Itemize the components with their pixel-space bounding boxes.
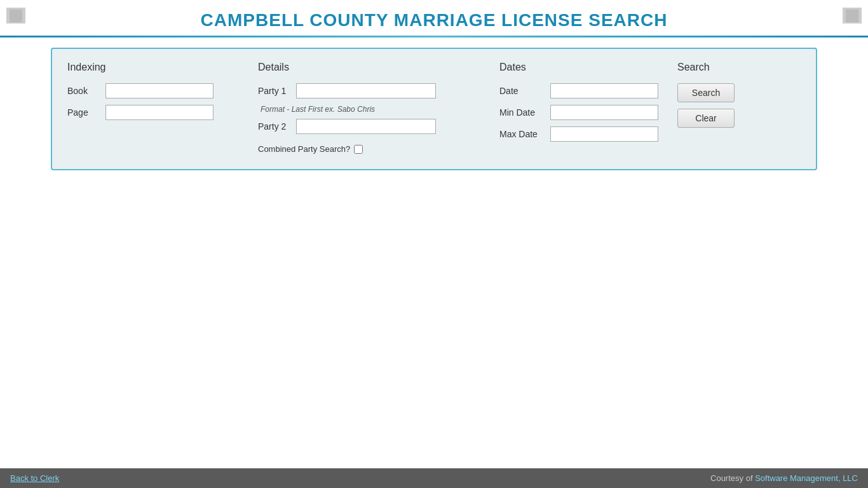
search-panel-inner: Indexing Book Page Details Party 1 Forma… <box>67 62 801 154</box>
footer: Back to Clerk Courtesy of Software Manag… <box>0 468 868 488</box>
min-date-input[interactable] <box>550 105 658 120</box>
page-row: Page <box>67 105 245 120</box>
book-input[interactable] <box>105 83 214 98</box>
search-panel: Indexing Book Page Details Party 1 Forma… <box>51 48 817 170</box>
logo-left <box>6 8 25 24</box>
page-label: Page <box>67 107 105 118</box>
header: CAMPBELL COUNTY MARRIAGE LICENSE SEARCH <box>0 0 868 36</box>
logo-right <box>843 8 862 24</box>
combined-row: Combined Party Search? <box>258 144 487 154</box>
page-input[interactable] <box>105 105 214 120</box>
brand-name: Software Management, LLC <box>755 473 858 483</box>
svg-rect-0 <box>10 10 22 22</box>
max-date-label: Max Date <box>499 129 550 139</box>
footer-courtesy: Courtesy of Software Management, LLC <box>710 473 858 483</box>
date-row: Date <box>499 83 665 98</box>
max-date-input[interactable] <box>550 126 658 142</box>
min-date-row: Min Date <box>499 105 665 120</box>
dates-title: Dates <box>499 62 665 73</box>
search-button[interactable]: Search <box>677 83 735 102</box>
search-title: Search <box>677 62 766 73</box>
svg-rect-1 <box>846 10 858 22</box>
party2-label: Party 2 <box>258 121 296 132</box>
indexing-title: Indexing <box>67 62 245 73</box>
indexing-section: Indexing Book Page <box>67 62 258 154</box>
party1-input[interactable] <box>296 83 436 98</box>
book-label: Book <box>67 86 105 96</box>
back-to-clerk-link[interactable]: Back to Clerk <box>10 473 59 483</box>
min-date-label: Min Date <box>499 107 550 118</box>
date-label: Date <box>499 86 550 96</box>
header-divider <box>0 36 868 37</box>
details-section: Details Party 1 Format - Last First ex. … <box>258 62 499 154</box>
party1-row: Party 1 <box>258 83 487 98</box>
format-hint: Format - Last First ex. Sabo Chris <box>258 105 487 114</box>
max-date-row: Max Date <box>499 126 665 142</box>
combined-checkbox[interactable] <box>354 145 363 154</box>
search-section: Search Search Clear <box>677 62 766 154</box>
party1-label: Party 1 <box>258 86 296 96</box>
dates-section: Dates Date Min Date Max Date <box>499 62 677 154</box>
details-title: Details <box>258 62 487 73</box>
combined-label: Combined Party Search? <box>258 144 350 154</box>
party2-input[interactable] <box>296 119 436 134</box>
book-row: Book <box>67 83 245 98</box>
courtesy-text: Courtesy of <box>710 473 752 483</box>
page-title: CAMPBELL COUNTY MARRIAGE LICENSE SEARCH <box>201 10 668 30</box>
date-input[interactable] <box>550 83 658 98</box>
clear-button[interactable]: Clear <box>677 109 735 128</box>
party2-row: Party 2 <box>258 119 487 134</box>
